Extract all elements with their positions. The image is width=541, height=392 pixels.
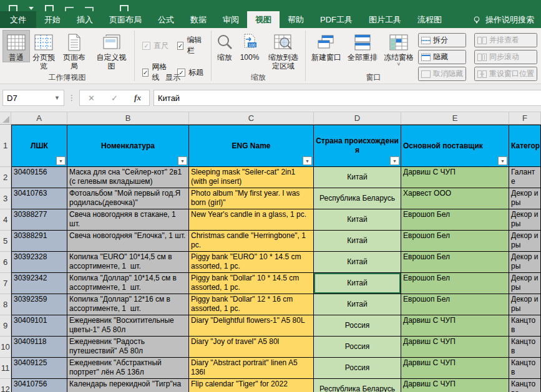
- header-cell-e1[interactable]: Основной поставщик▼: [401, 125, 509, 167]
- cell-f[interactable]: Канцтов: [509, 315, 541, 337]
- filter-button-d[interactable]: ▼: [390, 156, 399, 165]
- cell-e[interactable]: Дарвиш С ЧУП: [401, 337, 509, 358]
- cell-e[interactable]: Дарвиш С ЧУП: [401, 167, 509, 188]
- cell-e[interactable]: Харвест ООО: [401, 188, 509, 209]
- tab-data[interactable]: 数据: [182, 11, 215, 28]
- zoom-100-button[interactable]: 100 100%: [235, 30, 264, 62]
- cell-c[interactable]: Christmas candle "Herringbone", 1 pc.: [189, 231, 314, 252]
- cell-b[interactable]: Фотоальбом "Мой первый год.Я родилась(де…: [67, 188, 189, 209]
- insert-function-icon[interactable]: fx: [126, 93, 149, 103]
- cell-e[interactable]: Дарвиш С ЧУП: [401, 379, 509, 392]
- quick-access-dropdown-icon[interactable]: [29, 7, 34, 10]
- hide-button[interactable]: 隐藏: [418, 50, 466, 64]
- cell-e[interactable]: Еврошоп Бел: [401, 209, 509, 231]
- select-all-corner[interactable]: [0, 112, 11, 125]
- cell-c[interactable]: Piggy bank "EURO" 10 * 14.5 cm assorted,…: [189, 252, 314, 273]
- cell-b[interactable]: Календарь перекидной "Тигр"на: [67, 379, 189, 392]
- cell-d[interactable]: Россия: [314, 337, 401, 358]
- cell-f[interactable]: Канцтов: [509, 358, 541, 379]
- row-header[interactable]: 3: [0, 188, 11, 209]
- column-header-a[interactable]: A: [11, 112, 67, 125]
- cell-f[interactable]: Декор и ры: [509, 188, 541, 209]
- checkbox-formula-bar[interactable]: ✓ 编辑栏: [177, 35, 203, 56]
- cell-c[interactable]: Flip calendar "Tiger" for 2022: [189, 379, 314, 392]
- zoom-button[interactable]: 缩放: [214, 30, 235, 62]
- row-header[interactable]: 9: [0, 315, 11, 337]
- cell-c[interactable]: Diary "Delightful flowers-1" A5 80L: [189, 315, 314, 337]
- cell-c[interactable]: Piggy bank "Dollar" 10 * 14.5 cm assorte…: [189, 273, 314, 294]
- cell-b[interactable]: Ежедневник "Радость путешествий" А5 80л: [67, 337, 189, 358]
- filter-button-c[interactable]: ▼: [303, 156, 312, 165]
- cell-d[interactable]: Китай: [314, 209, 401, 231]
- row-header[interactable]: 7: [0, 273, 11, 294]
- cell-d[interactable]: Китай: [314, 167, 401, 188]
- cell-d[interactable]: Китай: [314, 252, 401, 273]
- filter-button-a[interactable]: ▼: [56, 156, 66, 165]
- cell-d[interactable]: Россия: [314, 358, 401, 379]
- row-header[interactable]: 12: [0, 379, 11, 392]
- cell-c[interactable]: Diary "Joy of travel" A5 80l: [189, 337, 314, 358]
- tab-help[interactable]: 帮助: [280, 11, 312, 28]
- header-cell-a1[interactable]: ЛШК▼: [11, 125, 67, 167]
- cell-d[interactable]: Китай: [314, 231, 401, 252]
- cell-f[interactable]: Декор и ры: [509, 209, 541, 231]
- column-header-e[interactable]: E: [401, 112, 509, 125]
- row-header[interactable]: 10: [0, 337, 11, 358]
- column-header-f[interactable]: F: [509, 112, 541, 125]
- cell-f[interactable]: Канцтова: [509, 379, 541, 392]
- cell-e[interactable]: Дарвиш С ЧУП: [401, 358, 509, 379]
- redo-icon[interactable]: [85, 7, 94, 11]
- cell-e[interactable]: Еврошоп Бел: [401, 294, 509, 315]
- header-cell-c1[interactable]: ENG Name▼: [189, 125, 314, 167]
- cell-d[interactable]: Республика Беларусь: [314, 379, 401, 392]
- zoom-to-selection-button[interactable]: 缩放到选定区域: [264, 30, 303, 71]
- row-header[interactable]: 8: [0, 294, 11, 315]
- cell-a[interactable]: 30388277: [11, 209, 67, 231]
- cell-f[interactable]: Канцтов: [509, 337, 541, 358]
- page-break-preview-button[interactable]: 分页预览: [30, 30, 57, 71]
- cell-c[interactable]: Sleeping mask "Seiler-cat" 2in1 (with ge…: [189, 167, 314, 188]
- new-window-button[interactable]: 新建窗口: [308, 30, 344, 62]
- tab-flowchart[interactable]: 流程图: [409, 11, 450, 28]
- cell-b[interactable]: Копилка "EURO" 10*14,5 см в ассортименте…: [67, 252, 189, 273]
- header-cell-f1[interactable]: Категор: [509, 125, 541, 167]
- cell-c[interactable]: New Year's candle in a glass, 1 pc.: [189, 209, 314, 231]
- cell-c[interactable]: Photo album "My first year. I was born (…: [189, 188, 314, 209]
- tab-picture-tools[interactable]: 图片工具: [361, 11, 409, 28]
- row-header[interactable]: 11: [0, 358, 11, 379]
- arrange-all-button[interactable]: 全部重排: [344, 30, 381, 62]
- row-header[interactable]: 4: [0, 209, 11, 231]
- freeze-panes-button[interactable]: 冻结窗格 ˅: [381, 30, 417, 67]
- cell-b[interactable]: Свеча новогодняя в стакане, 1 шт.: [67, 209, 189, 231]
- enter-icon[interactable]: ✓: [103, 93, 126, 103]
- column-header-c[interactable]: C: [189, 112, 314, 125]
- column-header-d[interactable]: D: [314, 112, 401, 125]
- name-box-dropdown-icon[interactable]: ▼: [54, 95, 60, 101]
- cell-f[interactable]: Декор и ры: [509, 273, 541, 294]
- cell-e[interactable]: Еврошоп Бел: [401, 273, 509, 294]
- cell-d[interactable]: Россия: [314, 315, 401, 337]
- cell-a[interactable]: 30388291: [11, 231, 67, 252]
- row-header[interactable]: 2: [0, 167, 11, 188]
- row-header[interactable]: 5: [0, 231, 11, 252]
- cell-f[interactable]: Декор и ры: [509, 231, 541, 252]
- cell-a[interactable]: 30410756: [11, 379, 67, 392]
- filter-button-b[interactable]: ▼: [178, 156, 187, 165]
- normal-view-button[interactable]: 普通: [2, 30, 30, 62]
- cell-e[interactable]: Дарвиш С ЧУП: [401, 315, 509, 337]
- cell-e[interactable]: Еврошоп Бел: [401, 231, 509, 252]
- tab-view[interactable]: 视图: [247, 11, 280, 28]
- custom-views-button[interactable]: 自定义视图: [91, 30, 132, 71]
- name-box[interactable]: D7 ▼: [2, 90, 64, 106]
- header-cell-b1[interactable]: Номенклатура▼: [67, 125, 189, 167]
- filter-button-e[interactable]: ▼: [498, 156, 507, 165]
- formula-input[interactable]: Китай: [154, 90, 541, 106]
- tab-pdf-tools[interactable]: PDF工具: [312, 11, 361, 28]
- cell-d[interactable]: Китай: [314, 273, 401, 294]
- cell-b[interactable]: Копилка "Доллар" 10*14,5 см в ассортимен…: [67, 273, 189, 294]
- tab-review[interactable]: 审阅: [215, 11, 247, 28]
- cell-a[interactable]: 30392342: [11, 273, 67, 294]
- cell-f[interactable]: Галанте: [509, 167, 541, 188]
- cell-b[interactable]: Маска для сна "Сейлер-кот" 2в1 (с гелевы…: [67, 167, 189, 188]
- tell-me-search[interactable]: 操作说明搜索: [466, 11, 540, 28]
